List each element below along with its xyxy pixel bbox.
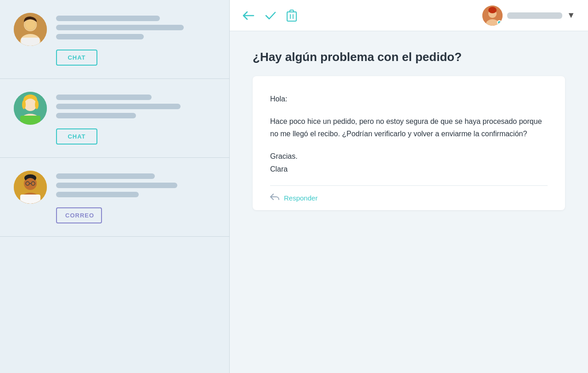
svg-point-12 [24, 99, 36, 111]
agent-section: ▼ [482, 6, 575, 26]
dropdown-arrow[interactable]: ▼ [567, 11, 575, 20]
contact-card-2: CHAT [0, 79, 229, 158]
agent-status-dot [497, 20, 502, 25]
svg-rect-18 [20, 195, 40, 204]
right-panel: ▼ ¿Hay algún problema con el pedido? Hol… [230, 0, 588, 373]
avatar-1 [14, 13, 47, 46]
correo-button-3[interactable]: CORREO [56, 207, 102, 223]
skeleton-name-1 [56, 16, 160, 21]
skeleton-name-2 [56, 95, 152, 100]
email-subject: ¿Hay algún problema con el pedido? [253, 50, 565, 65]
skeleton-line-1b [56, 34, 144, 39]
chat-button-1[interactable]: CHAT [56, 50, 97, 66]
left-panel: CHAT CHAT [0, 0, 230, 373]
svg-point-31 [488, 7, 497, 13]
skeleton-line-2a [56, 104, 181, 109]
avatar-3 [14, 171, 47, 204]
contact-card-3: CORREO [0, 158, 229, 237]
skeleton-line-3b [56, 192, 139, 197]
reply-bar: Responder [270, 185, 548, 210]
contact-card-1: CHAT [0, 0, 229, 79]
greeting-line: Hola: [270, 93, 548, 105]
svg-point-13 [22, 100, 26, 109]
agent-name-placeholder [507, 12, 562, 19]
signature-line: Gracias.Clara [270, 150, 548, 175]
svg-point-6 [25, 20, 35, 30]
back-button[interactable] [243, 11, 254, 20]
reply-icon [270, 193, 279, 203]
agent-avatar [482, 6, 503, 26]
skeleton-line-3a [56, 183, 177, 188]
email-body-card: Hola: Hace poco hice un pedido, pero no … [253, 76, 565, 210]
svg-rect-5 [21, 38, 40, 46]
avatar-2 [14, 92, 47, 125]
skeleton-name-3 [56, 173, 155, 179]
skeleton-line-2b [56, 113, 136, 118]
contact-info-3: CORREO [56, 171, 215, 223]
main-content: ¿Hay algún problema con el pedido? Hola:… [230, 31, 588, 373]
delete-button[interactable] [287, 10, 297, 22]
chat-button-2[interactable]: CHAT [56, 128, 97, 145]
reply-button[interactable]: Responder [284, 194, 317, 202]
check-button[interactable] [265, 11, 277, 20]
email-body-text: Hola: Hace poco hice un pedido, pero no … [270, 93, 548, 175]
svg-rect-10 [20, 116, 40, 125]
contact-info-1: CHAT [56, 13, 215, 66]
skeleton-line-1a [56, 25, 184, 30]
contact-info-2: CHAT [56, 92, 215, 145]
body-paragraph: Hace poco hice un pedido, pero no estoy … [270, 115, 548, 140]
svg-point-14 [35, 100, 39, 109]
toolbar: ▼ [230, 0, 588, 31]
svg-rect-24 [287, 12, 296, 21]
